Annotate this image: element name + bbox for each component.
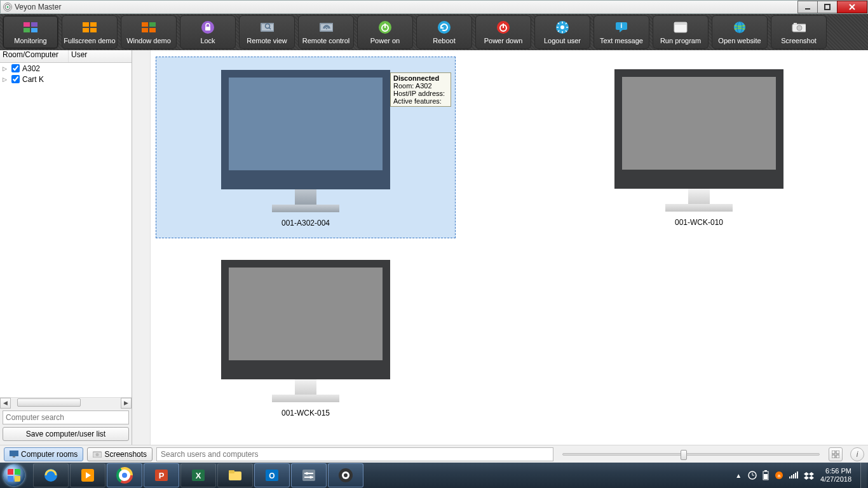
tab-computer-rooms[interactable]: Computer rooms	[4, 447, 83, 461]
svg-rect-88	[789, 477, 790, 478]
monitoring-button[interactable]: Monitoring	[3, 15, 58, 49]
svg-point-24	[326, 28, 327, 29]
slider-thumb[interactable]	[681, 450, 687, 460]
scroll-left-icon[interactable]: ◀	[0, 398, 11, 409]
sync-icon[interactable]	[748, 471, 757, 480]
computer-thumbnail[interactable]: 001-WCK-015	[156, 247, 456, 429]
tab-screenshots[interactable]: Screenshots	[87, 447, 153, 461]
task-excel[interactable]: X	[180, 463, 216, 487]
tree-row[interactable]: ▷ A302	[0, 63, 132, 74]
svg-rect-13	[149, 22, 156, 27]
sidebar: Room/Computer User ▷ A302 ▷ Cart K ◀ ▶ S…	[0, 50, 132, 445]
svg-rect-55	[832, 451, 835, 454]
remote-control-button[interactable]: Remote control	[298, 15, 354, 49]
minimize-button[interactable]	[797, 1, 818, 13]
toolbar-label: Window demo	[126, 37, 171, 44]
dropbox-icon[interactable]	[804, 471, 814, 480]
computer-search-input[interactable]	[3, 410, 129, 424]
scroll-right-icon[interactable]: ▶	[121, 398, 132, 409]
task-file-explorer[interactable]	[217, 463, 253, 487]
svg-rect-74	[302, 470, 315, 481]
system-tray: ▲ a 6:56 PM 4/27/2018	[735, 463, 868, 488]
svg-point-54	[96, 453, 99, 456]
open-website-button[interactable]: Open website	[712, 15, 768, 49]
power-down-button[interactable]: Power down	[475, 15, 531, 49]
task-chrome[interactable]	[107, 463, 142, 487]
computer-thumbnail[interactable]: 001-A302-004 Disconnected Room: A302 Hos…	[156, 57, 456, 238]
disclosure-icon[interactable]: ▷	[3, 76, 9, 83]
start-button[interactable]	[1, 463, 27, 488]
reboot-button[interactable]: Reboot	[416, 15, 472, 49]
tiles-orange-icon	[83, 20, 97, 34]
svg-rect-6	[24, 28, 30, 32]
tree-label: A302	[22, 64, 40, 73]
svg-point-78	[309, 476, 312, 478]
wifi-icon[interactable]	[789, 471, 799, 479]
tree-header-col1[interactable]: Room/Computer	[0, 50, 69, 62]
svg-rect-84	[764, 470, 767, 471]
maximize-button[interactable]	[817, 1, 837, 13]
toolbar-label: Remote view	[247, 37, 287, 44]
svg-rect-14	[142, 28, 148, 32]
tiles-multi-icon	[24, 20, 37, 34]
task-outlook[interactable]: O	[254, 463, 290, 487]
windows-logo-icon	[3, 464, 25, 486]
svg-text:i: i	[621, 22, 623, 29]
taskbar-clock[interactable]: 6:56 PM 4/27/2018	[820, 467, 851, 484]
svg-rect-10	[83, 28, 89, 32]
room-tree[interactable]: ▷ A302 ▷ Cart K	[0, 63, 132, 397]
computer-canvas[interactable]: 001-A302-004 Disconnected Room: A302 Hos…	[150, 50, 868, 445]
disclosure-icon[interactable]: ▷	[3, 65, 9, 72]
computer-thumbnail[interactable]: 001-WCK-010	[549, 57, 849, 238]
monitor-icon	[221, 70, 390, 212]
toolbar-label: Lock	[200, 37, 215, 44]
clock-time: 6:56 PM	[820, 467, 851, 475]
monitor-small-icon	[10, 451, 18, 458]
svg-text:O: O	[269, 471, 275, 480]
show-desktop-button[interactable]	[860, 463, 867, 488]
tooltip-features: Active features:	[393, 97, 448, 105]
fullscreen-demo-button[interactable]: Fullscreen demo	[62, 15, 118, 49]
logout-user-button[interactable]: Logout user	[534, 15, 590, 49]
text-message-button[interactable]: i Text message	[593, 15, 649, 49]
tree-row[interactable]: ▷ Cart K	[0, 74, 132, 85]
tray-arrow-icon[interactable]: ▲	[735, 472, 742, 479]
wifi-screen-icon	[319, 20, 333, 34]
svg-rect-52	[13, 456, 15, 458]
svg-rect-5	[31, 22, 37, 27]
tree-checkbox[interactable]	[11, 75, 20, 83]
chat-blue-icon: i	[614, 20, 628, 34]
window-demo-button[interactable]: Window demo	[121, 15, 177, 49]
close-button[interactable]	[837, 1, 867, 13]
task-settings[interactable]	[291, 463, 327, 487]
scroll-thumb[interactable]	[17, 398, 81, 407]
power-red-icon	[496, 20, 510, 34]
reload-blue-icon	[437, 20, 451, 34]
screenshot-button[interactable]: Screenshot	[771, 15, 827, 49]
sun-blue-icon	[555, 20, 569, 34]
tree-header: Room/Computer User	[0, 50, 132, 63]
svg-rect-45	[674, 22, 687, 25]
task-media-player[interactable]	[70, 463, 105, 487]
zoom-slider[interactable]	[562, 453, 820, 456]
toolbar-label: Reboot	[433, 37, 455, 44]
computer-label: 001-WCK-015	[156, 409, 456, 417]
save-list-button[interactable]: Save computer/user list	[3, 427, 129, 441]
task-veyon[interactable]	[328, 463, 363, 487]
power-on-button[interactable]: Power on	[357, 15, 413, 49]
avast-icon[interactable]: a	[775, 471, 783, 480]
magnify-screen-icon	[260, 20, 274, 34]
info-button[interactable]: i	[850, 447, 864, 461]
remote-view-button[interactable]: Remote view	[239, 15, 295, 49]
task-ie[interactable]	[33, 463, 69, 487]
task-powerpoint[interactable]: P	[144, 463, 179, 487]
tree-checkbox[interactable]	[11, 64, 20, 72]
tree-header-col2[interactable]: User	[69, 50, 132, 62]
battery-icon[interactable]	[762, 470, 770, 480]
svg-rect-7	[31, 28, 37, 32]
grid-toggle-button[interactable]	[829, 447, 843, 461]
global-search-input[interactable]	[156, 447, 553, 461]
run-program-button[interactable]: Run program	[653, 15, 709, 49]
tree-hscrollbar[interactable]: ◀ ▶	[0, 397, 132, 408]
lock-button[interactable]: Lock	[180, 15, 236, 49]
